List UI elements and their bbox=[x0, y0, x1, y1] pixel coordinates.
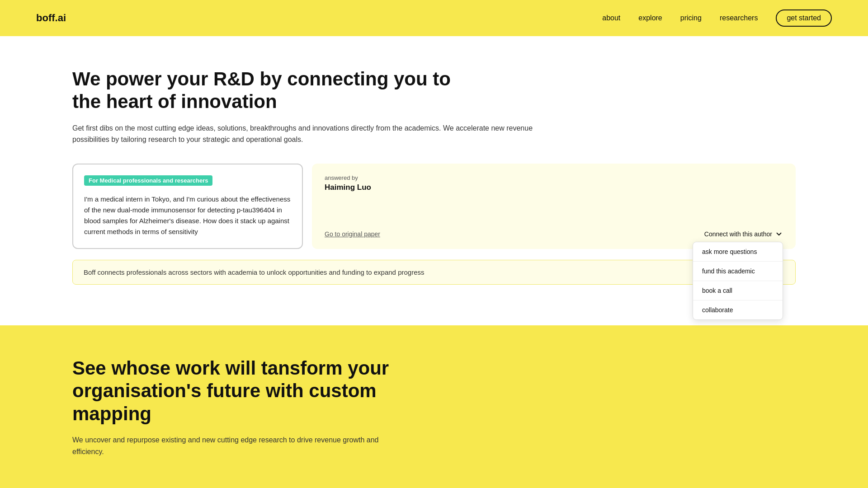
answer-footer: Go to original paper Connect with this a… bbox=[325, 230, 783, 238]
connect-dropdown-wrapper: Connect with this author ask more questi… bbox=[704, 230, 783, 238]
author-name: Haiming Luo bbox=[325, 183, 783, 192]
connect-banner: Boff connects professionals across secto… bbox=[72, 260, 796, 285]
header: boff.ai about explore pricing researcher… bbox=[0, 0, 868, 36]
connect-button[interactable]: Connect with this author bbox=[704, 230, 783, 238]
connect-label: Connect with this author bbox=[704, 230, 772, 238]
dropdown-ask-more[interactable]: ask more questions bbox=[693, 242, 783, 261]
second-section: See whose work will tansform your organi… bbox=[0, 325, 868, 488]
audience-badge: For Medical professionals and researcher… bbox=[84, 175, 212, 186]
question-card: For Medical professionals and researcher… bbox=[72, 164, 303, 249]
nav-explore[interactable]: explore bbox=[638, 14, 662, 22]
answer-card: answered by Haiming Luo Go to original p… bbox=[312, 164, 796, 249]
cards-row: For Medical professionals and researcher… bbox=[72, 164, 796, 249]
dropdown-fund[interactable]: fund this academic bbox=[693, 262, 783, 281]
nav-pricing[interactable]: pricing bbox=[680, 14, 702, 22]
second-title: See whose work will tansform your organi… bbox=[72, 357, 434, 425]
answered-by-label: answered by bbox=[325, 174, 783, 181]
dropdown-book-call[interactable]: book a call bbox=[693, 281, 783, 300]
go-to-paper-link[interactable]: Go to original paper bbox=[325, 230, 380, 238]
question-text: I'm a medical intern in Tokyo, and I'm c… bbox=[84, 194, 291, 237]
hero-subtitle: Get first dibs on the most cutting edge … bbox=[72, 122, 533, 145]
nav-about[interactable]: about bbox=[602, 14, 620, 22]
hero-section: We power your R&D by connecting you to t… bbox=[0, 36, 868, 307]
dropdown-collaborate[interactable]: collaborate bbox=[693, 300, 783, 319]
main-nav: about explore pricing researchers get st… bbox=[602, 9, 832, 27]
logo[interactable]: boff.ai bbox=[36, 12, 66, 24]
get-started-button[interactable]: get started bbox=[776, 9, 832, 27]
connect-dropdown-menu: ask more questions fund this academic bo… bbox=[693, 242, 783, 320]
nav-researchers[interactable]: researchers bbox=[720, 14, 758, 22]
hero-title: We power your R&D by connecting you to t… bbox=[72, 68, 479, 113]
chevron-down-icon bbox=[775, 230, 783, 238]
second-subtitle: We uncover and repurpose existing and ne… bbox=[72, 434, 389, 457]
answer-header: answered by Haiming Luo bbox=[325, 174, 783, 192]
